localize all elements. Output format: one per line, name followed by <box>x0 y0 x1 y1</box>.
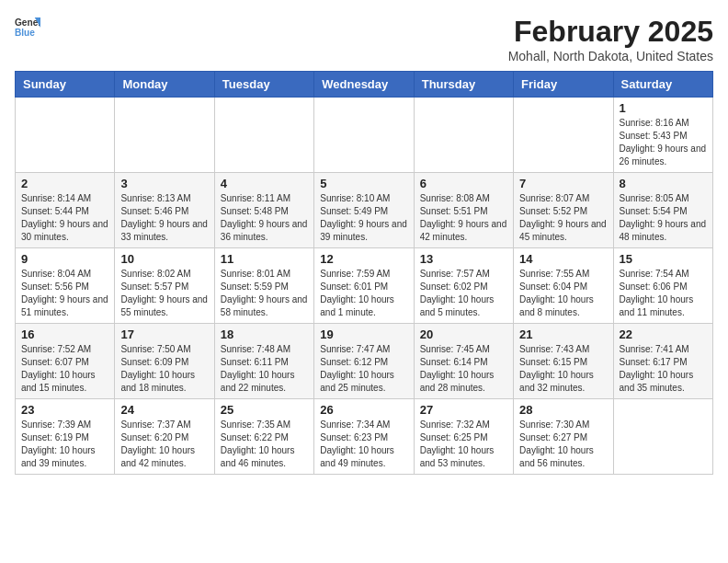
day-number: 13 <box>420 252 507 266</box>
calendar-cell: 13Sunrise: 7:57 AM Sunset: 6:02 PM Dayli… <box>414 248 513 324</box>
logo: General Blue <box>15 15 40 40</box>
day-number: 1 <box>620 101 707 115</box>
day-info: Sunrise: 7:59 AM Sunset: 6:01 PM Dayligh… <box>320 268 407 319</box>
day-number: 3 <box>120 177 208 190</box>
day-info: Sunrise: 7:48 AM Sunset: 6:11 PM Dayligh… <box>221 343 308 395</box>
calendar-cell: 26Sunrise: 7:34 AM Sunset: 6:23 PM Dayli… <box>314 399 414 475</box>
day-info: Sunrise: 8:07 AM Sunset: 5:52 PM Dayligh… <box>519 192 607 244</box>
day-of-week-wednesday: Wednesday <box>314 72 414 98</box>
day-info: Sunrise: 7:54 AM Sunset: 6:06 PM Dayligh… <box>620 268 707 319</box>
calendar-cell <box>414 98 513 173</box>
calendar-cell <box>514 98 613 173</box>
day-info: Sunrise: 7:41 AM Sunset: 6:17 PM Dayligh… <box>620 343 707 395</box>
day-number: 26 <box>320 403 407 417</box>
logo-icon: General Blue <box>15 15 40 40</box>
calendar-cell: 9Sunrise: 8:04 AM Sunset: 5:56 PM Daylig… <box>16 248 115 324</box>
day-info: Sunrise: 7:34 AM Sunset: 6:23 PM Dayligh… <box>320 419 407 470</box>
day-number: 27 <box>420 403 507 417</box>
day-number: 4 <box>221 177 308 190</box>
day-info: Sunrise: 7:37 AM Sunset: 6:20 PM Dayligh… <box>120 419 208 470</box>
calendar-header: SundayMondayTuesdayWednesdayThursdayFrid… <box>16 72 713 98</box>
day-number: 12 <box>320 252 407 266</box>
calendar-cell <box>115 98 214 173</box>
day-number: 10 <box>120 252 208 266</box>
day-of-week-sunday: Sunday <box>16 72 115 98</box>
calendar-week-1: 2Sunrise: 8:14 AM Sunset: 5:44 PM Daylig… <box>16 173 713 248</box>
main-title: February 2025 <box>508 15 713 49</box>
day-info: Sunrise: 7:50 AM Sunset: 6:09 PM Dayligh… <box>120 343 208 395</box>
calendar-cell: 20Sunrise: 7:45 AM Sunset: 6:14 PM Dayli… <box>414 324 513 399</box>
calendar-table: SundayMondayTuesdayWednesdayThursdayFrid… <box>15 71 713 475</box>
days-of-week-row: SundayMondayTuesdayWednesdayThursdayFrid… <box>16 72 713 98</box>
calendar-cell: 6Sunrise: 8:08 AM Sunset: 5:51 PM Daylig… <box>414 173 513 248</box>
day-number: 17 <box>120 327 208 341</box>
day-number: 11 <box>221 252 308 266</box>
calendar-cell: 10Sunrise: 8:02 AM Sunset: 5:57 PM Dayli… <box>115 248 214 324</box>
calendar-cell: 21Sunrise: 7:43 AM Sunset: 6:15 PM Dayli… <box>514 324 613 399</box>
day-info: Sunrise: 7:55 AM Sunset: 6:04 PM Dayligh… <box>519 268 607 319</box>
day-info: Sunrise: 8:14 AM Sunset: 5:44 PM Dayligh… <box>21 192 108 244</box>
calendar-cell: 12Sunrise: 7:59 AM Sunset: 6:01 PM Dayli… <box>314 248 414 324</box>
calendar-cell: 17Sunrise: 7:50 AM Sunset: 6:09 PM Dayli… <box>115 324 214 399</box>
day-number: 14 <box>519 252 607 266</box>
subtitle: Mohall, North Dakota, United States <box>508 49 713 63</box>
day-info: Sunrise: 7:30 AM Sunset: 6:27 PM Dayligh… <box>519 419 607 470</box>
day-number: 28 <box>519 403 607 417</box>
calendar-cell: 16Sunrise: 7:52 AM Sunset: 6:07 PM Dayli… <box>16 324 115 399</box>
day-info: Sunrise: 7:39 AM Sunset: 6:19 PM Dayligh… <box>21 419 108 470</box>
calendar-cell: 25Sunrise: 7:35 AM Sunset: 6:22 PM Dayli… <box>214 399 313 475</box>
calendar-cell: 3Sunrise: 8:13 AM Sunset: 5:46 PM Daylig… <box>115 173 214 248</box>
day-info: Sunrise: 8:01 AM Sunset: 5:59 PM Dayligh… <box>221 268 308 319</box>
day-number: 18 <box>221 327 308 341</box>
calendar-cell: 24Sunrise: 7:37 AM Sunset: 6:20 PM Dayli… <box>115 399 214 475</box>
day-info: Sunrise: 8:08 AM Sunset: 5:51 PM Dayligh… <box>420 192 507 244</box>
calendar-cell: 18Sunrise: 7:48 AM Sunset: 6:11 PM Dayli… <box>214 324 313 399</box>
calendar-week-0: 1Sunrise: 8:16 AM Sunset: 5:43 PM Daylig… <box>16 98 713 173</box>
calendar-cell <box>16 98 115 173</box>
calendar-cell: 19Sunrise: 7:47 AM Sunset: 6:12 PM Dayli… <box>314 324 414 399</box>
calendar-cell: 7Sunrise: 8:07 AM Sunset: 5:52 PM Daylig… <box>514 173 613 248</box>
calendar-cell: 5Sunrise: 8:10 AM Sunset: 5:49 PM Daylig… <box>314 173 414 248</box>
calendar-cell: 14Sunrise: 7:55 AM Sunset: 6:04 PM Dayli… <box>514 248 613 324</box>
day-number: 21 <box>519 327 607 341</box>
day-info: Sunrise: 8:10 AM Sunset: 5:49 PM Dayligh… <box>320 192 407 244</box>
header: General Blue February 2025 Mohall, North… <box>15 15 713 63</box>
calendar-cell: 23Sunrise: 7:39 AM Sunset: 6:19 PM Dayli… <box>16 399 115 475</box>
day-info: Sunrise: 7:45 AM Sunset: 6:14 PM Dayligh… <box>420 343 507 395</box>
calendar-cell: 8Sunrise: 8:05 AM Sunset: 5:54 PM Daylig… <box>613 173 712 248</box>
day-info: Sunrise: 7:47 AM Sunset: 6:12 PM Dayligh… <box>320 343 407 395</box>
calendar-cell: 28Sunrise: 7:30 AM Sunset: 6:27 PM Dayli… <box>514 399 613 475</box>
day-number: 25 <box>221 403 308 417</box>
day-number: 23 <box>21 403 108 417</box>
calendar-cell: 2Sunrise: 8:14 AM Sunset: 5:44 PM Daylig… <box>16 173 115 248</box>
day-number: 20 <box>420 327 507 341</box>
day-of-week-thursday: Thursday <box>414 72 513 98</box>
day-number: 7 <box>519 177 607 190</box>
day-info: Sunrise: 8:16 AM Sunset: 5:43 PM Dayligh… <box>620 117 707 168</box>
calendar-cell: 27Sunrise: 7:32 AM Sunset: 6:25 PM Dayli… <box>414 399 513 475</box>
calendar-cell: 15Sunrise: 7:54 AM Sunset: 6:06 PM Dayli… <box>613 248 712 324</box>
calendar-week-3: 16Sunrise: 7:52 AM Sunset: 6:07 PM Dayli… <box>16 324 713 399</box>
day-info: Sunrise: 7:32 AM Sunset: 6:25 PM Dayligh… <box>420 419 507 470</box>
calendar-cell <box>613 399 712 475</box>
calendar-body: 1Sunrise: 8:16 AM Sunset: 5:43 PM Daylig… <box>16 98 713 475</box>
svg-text:Blue: Blue <box>15 28 35 38</box>
day-number: 22 <box>620 327 707 341</box>
day-number: 9 <box>21 252 108 266</box>
day-info: Sunrise: 8:05 AM Sunset: 5:54 PM Dayligh… <box>620 192 707 244</box>
day-number: 2 <box>21 177 108 190</box>
day-number: 6 <box>420 177 507 190</box>
day-number: 5 <box>320 177 407 190</box>
day-info: Sunrise: 8:13 AM Sunset: 5:46 PM Dayligh… <box>120 192 208 244</box>
calendar-cell: 11Sunrise: 8:01 AM Sunset: 5:59 PM Dayli… <box>214 248 313 324</box>
day-number: 16 <box>21 327 108 341</box>
day-of-week-saturday: Saturday <box>613 72 712 98</box>
calendar-cell <box>214 98 313 173</box>
day-of-week-tuesday: Tuesday <box>214 72 313 98</box>
calendar-cell <box>314 98 414 173</box>
day-info: Sunrise: 8:04 AM Sunset: 5:56 PM Dayligh… <box>21 268 108 319</box>
day-of-week-monday: Monday <box>115 72 214 98</box>
calendar-week-4: 23Sunrise: 7:39 AM Sunset: 6:19 PM Dayli… <box>16 399 713 475</box>
day-info: Sunrise: 7:57 AM Sunset: 6:02 PM Dayligh… <box>420 268 507 319</box>
calendar-week-2: 9Sunrise: 8:04 AM Sunset: 5:56 PM Daylig… <box>16 248 713 324</box>
